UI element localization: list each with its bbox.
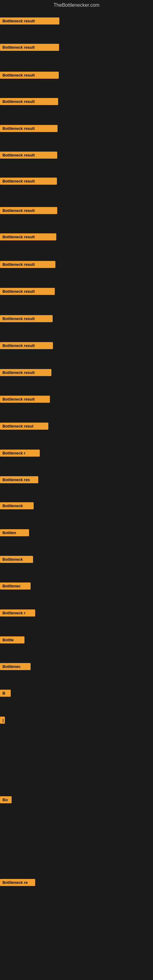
bottleneck-badge-29: Bottleneck re <box>0 879 35 886</box>
bottleneck-badge-6: Bottleneck result <box>0 151 57 159</box>
bottleneck-badge-17: Bottleneck r <box>0 450 40 457</box>
bottleneck-badge-16: Bottleneck resul <box>0 423 48 430</box>
bottleneck-badge-24: Bottle <box>0 636 24 643</box>
bottleneck-badge-19: Bottleneck <box>0 502 33 509</box>
bottleneck-badge-9: Bottleneck result <box>0 233 56 240</box>
bottleneck-badge-20: Bottlen <box>0 529 29 536</box>
bottleneck-badge-4: Bottleneck result <box>0 98 58 105</box>
bottleneck-badge-10: Bottleneck result <box>0 261 56 268</box>
bottleneck-badge-2: Bottleneck result <box>0 44 59 51</box>
site-title: TheBottlenecker.com <box>0 0 153 9</box>
bottleneck-badge-26: B <box>0 690 11 697</box>
bottleneck-badge-21: Bottleneck <box>0 556 33 563</box>
bottleneck-badge-14: Bottleneck result <box>0 369 51 376</box>
bottleneck-badge-1: Bottleneck result <box>0 18 59 24</box>
bottleneck-badge-3: Bottleneck result <box>0 72 59 79</box>
bottleneck-badge-8: Bottleneck result <box>0 207 57 214</box>
bottleneck-badge-18: Bottleneck res <box>0 476 38 483</box>
bottleneck-badge-12: Bottleneck result <box>0 315 53 322</box>
bottleneck-badge-5: Bottleneck result <box>0 125 57 132</box>
bottleneck-badge-22: Bottlenec <box>0 582 30 590</box>
bottleneck-badge-28: Bo <box>0 796 12 803</box>
bottleneck-badge-23: Bottleneck r <box>0 609 35 616</box>
bottleneck-badge-27: | <box>0 717 5 724</box>
bottleneck-badge-25: Bottlenec <box>0 663 30 670</box>
bottleneck-badge-15: Bottleneck result <box>0 396 50 403</box>
bottleneck-badge-13: Bottleneck result <box>0 342 53 349</box>
bottleneck-badge-11: Bottleneck result <box>0 288 55 295</box>
bottleneck-badge-7: Bottleneck result <box>0 178 57 185</box>
